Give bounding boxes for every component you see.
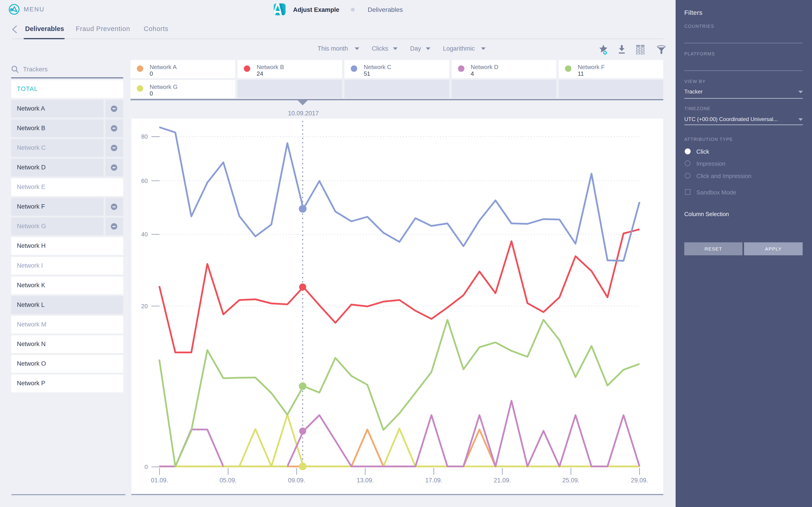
svg-text:80: 80 — [141, 133, 148, 140]
svg-text:0: 0 — [145, 463, 148, 470]
svg-text:01.09.: 01.09. — [151, 477, 168, 484]
svg-text:25.09.: 25.09. — [562, 477, 579, 484]
svg-text:40: 40 — [141, 231, 148, 238]
svg-text:20: 20 — [141, 303, 148, 309]
svg-text:17.09.: 17.09. — [425, 477, 442, 484]
svg-text:05.09.: 05.09. — [219, 477, 236, 484]
svg-text:21.09.: 21.09. — [494, 477, 511, 484]
svg-text:09.09.: 09.09. — [288, 477, 305, 484]
svg-text:29.09.: 29.09. — [631, 477, 648, 484]
svg-text:60: 60 — [141, 177, 148, 184]
svg-text:13.09.: 13.09. — [357, 477, 374, 484]
